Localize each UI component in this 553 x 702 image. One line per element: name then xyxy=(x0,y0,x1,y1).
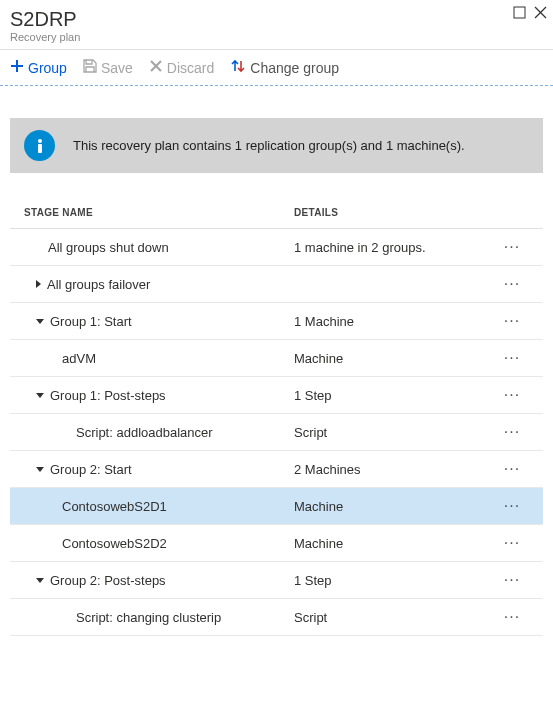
chevron-down-icon[interactable] xyxy=(36,467,44,472)
details-cell: 2 Machines xyxy=(294,462,495,477)
close-icon[interactable] xyxy=(534,6,547,19)
row-more-icon[interactable]: ··· xyxy=(495,460,529,478)
stage-label: Group 1: Post-steps xyxy=(50,388,166,403)
column-header-details: DETAILS xyxy=(294,207,529,218)
row-more-icon[interactable]: ··· xyxy=(495,497,529,515)
table-row[interactable]: Group 1: Start1 Machine··· xyxy=(10,303,543,340)
stage-cell: All groups failover xyxy=(10,277,294,292)
svg-point-7 xyxy=(38,139,42,143)
stage-label: Script: changing clusterip xyxy=(76,610,221,625)
row-more-icon[interactable]: ··· xyxy=(495,275,529,293)
add-group-button[interactable]: Group xyxy=(10,59,67,76)
table-header: STAGE NAME DETAILS xyxy=(10,197,543,229)
change-group-label: Change group xyxy=(250,60,339,76)
swap-icon xyxy=(230,58,246,77)
maximize-icon[interactable] xyxy=(513,6,526,19)
table-row[interactable]: ContosowebS2D1Machine··· xyxy=(10,488,543,525)
table-row[interactable]: Script: addloadbalancerScript··· xyxy=(10,414,543,451)
column-header-stage: STAGE NAME xyxy=(24,207,294,218)
stage-label: All groups failover xyxy=(47,277,150,292)
row-more-icon[interactable]: ··· xyxy=(495,349,529,367)
chevron-down-icon[interactable] xyxy=(36,319,44,324)
info-message: This recovery plan contains 1 replicatio… xyxy=(73,138,465,153)
table-row[interactable]: Script: changing clusteripScript··· xyxy=(10,599,543,636)
stage-label: ContosowebS2D2 xyxy=(62,536,167,551)
stage-cell: All groups shut down xyxy=(10,240,294,255)
change-group-button[interactable]: Change group xyxy=(230,58,339,77)
page-header: S2DRP Recovery plan xyxy=(0,0,553,50)
stage-label: Script: addloadbalancer xyxy=(76,425,213,440)
details-cell: Script xyxy=(294,610,495,625)
details-cell: Machine xyxy=(294,499,495,514)
page-title: S2DRP xyxy=(10,8,543,31)
plus-icon xyxy=(10,59,24,76)
details-cell: Machine xyxy=(294,536,495,551)
stage-label: ContosowebS2D1 xyxy=(62,499,167,514)
row-more-icon[interactable]: ··· xyxy=(495,312,529,330)
table-row[interactable]: Group 2: Post-steps1 Step··· xyxy=(10,562,543,599)
stage-label: Group 1: Start xyxy=(50,314,132,329)
details-cell: 1 Machine xyxy=(294,314,495,329)
details-cell: 1 Step xyxy=(294,573,495,588)
row-more-icon[interactable]: ··· xyxy=(495,423,529,441)
details-cell: Script xyxy=(294,425,495,440)
stage-cell: Script: changing clusterip xyxy=(10,610,294,625)
table-row[interactable]: adVMMachine··· xyxy=(10,340,543,377)
chevron-down-icon[interactable] xyxy=(36,393,44,398)
details-cell: Machine xyxy=(294,351,495,366)
stage-label: adVM xyxy=(62,351,96,366)
chevron-right-icon[interactable] xyxy=(36,280,41,288)
recovery-plan-table: STAGE NAME DETAILS All groups shut down1… xyxy=(0,197,553,636)
stage-cell: ContosowebS2D1 xyxy=(10,499,294,514)
discard-button: Discard xyxy=(149,59,214,76)
table-row[interactable]: All groups shut down1 machine in 2 group… xyxy=(10,229,543,266)
info-icon xyxy=(24,130,55,161)
save-button: Save xyxy=(83,59,133,76)
info-banner: This recovery plan contains 1 replicatio… xyxy=(10,118,543,173)
stage-cell: adVM xyxy=(10,351,294,366)
stage-cell: ContosowebS2D2 xyxy=(10,536,294,551)
window-controls xyxy=(513,6,547,19)
table-row[interactable]: Group 2: Start2 Machines··· xyxy=(10,451,543,488)
stage-label: All groups shut down xyxy=(48,240,169,255)
save-label: Save xyxy=(101,60,133,76)
row-more-icon[interactable]: ··· xyxy=(495,238,529,256)
page-subtitle: Recovery plan xyxy=(10,31,543,43)
stage-cell: Group 2: Post-steps xyxy=(10,573,294,588)
discard-label: Discard xyxy=(167,60,214,76)
row-more-icon[interactable]: ··· xyxy=(495,386,529,404)
save-icon xyxy=(83,59,97,76)
add-group-label: Group xyxy=(28,60,67,76)
discard-icon xyxy=(149,59,163,76)
stage-label: Group 2: Post-steps xyxy=(50,573,166,588)
stage-cell: Script: addloadbalancer xyxy=(10,425,294,440)
stage-cell: Group 2: Start xyxy=(10,462,294,477)
svg-rect-8 xyxy=(38,144,42,153)
stage-label: Group 2: Start xyxy=(50,462,132,477)
details-cell: 1 machine in 2 groups. xyxy=(294,240,495,255)
stage-cell: Group 1: Start xyxy=(10,314,294,329)
table-row[interactable]: All groups failover··· xyxy=(10,266,543,303)
row-more-icon[interactable]: ··· xyxy=(495,571,529,589)
details-cell: 1 Step xyxy=(294,388,495,403)
table-row[interactable]: ContosowebS2D2Machine··· xyxy=(10,525,543,562)
svg-rect-0 xyxy=(514,7,525,18)
table-row[interactable]: Group 1: Post-steps1 Step··· xyxy=(10,377,543,414)
stage-cell: Group 1: Post-steps xyxy=(10,388,294,403)
row-more-icon[interactable]: ··· xyxy=(495,534,529,552)
table-body: All groups shut down1 machine in 2 group… xyxy=(10,229,543,636)
chevron-down-icon[interactable] xyxy=(36,578,44,583)
row-more-icon[interactable]: ··· xyxy=(495,608,529,626)
toolbar: Group Save Discard Change group xyxy=(0,50,553,86)
